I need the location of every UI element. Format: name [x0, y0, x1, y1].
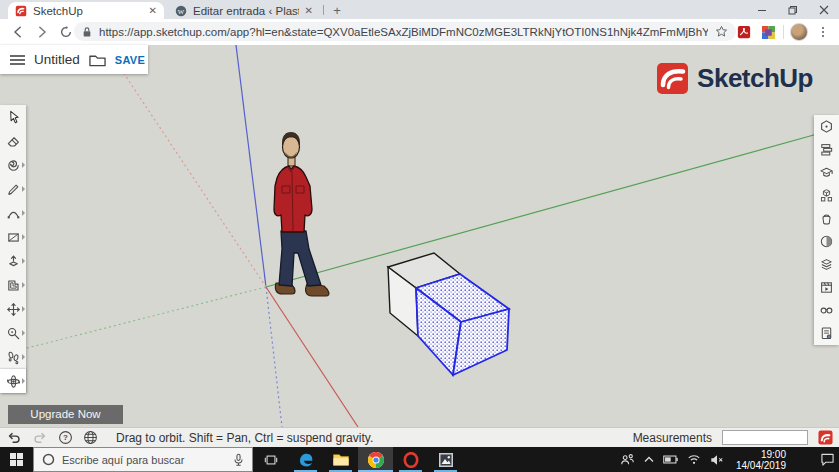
toolbar-separator [783, 25, 784, 39]
tool-select[interactable] [0, 105, 26, 129]
window-minimize-button[interactable] [747, 0, 777, 19]
upgrade-now-button[interactable]: Upgrade Now [8, 405, 123, 424]
status-hint-text: Drag to orbit. Shift = Pan, Ctrl = suspe… [116, 431, 373, 445]
tool-arc[interactable] [0, 201, 26, 225]
flyout-arrow-icon [22, 354, 25, 360]
forward-button[interactable] [30, 20, 54, 44]
model-viewport[interactable] [0, 45, 839, 427]
panel-outliner[interactable] [814, 138, 839, 161]
address-bar[interactable]: https://app.sketchup.com/app?hl=en&state… [74, 22, 736, 41]
tool-offset[interactable] [0, 273, 26, 297]
wifi-icon[interactable] [687, 454, 701, 465]
window-close-button[interactable] [809, 0, 839, 19]
panel-model-info[interactable]: i [814, 322, 839, 345]
taskbar-search-box[interactable]: Escribe aquí para buscar [33, 447, 253, 472]
tool-orbit[interactable] [0, 369, 26, 393]
panel-styles[interactable] [814, 230, 839, 253]
hidden-icons-chevron[interactable] [644, 456, 654, 463]
panel-tags[interactable] [814, 253, 839, 276]
flyout-arrow-icon [22, 378, 25, 384]
measurements-label: Measurements [633, 431, 712, 445]
extension-icon[interactable] [756, 20, 780, 44]
microphone-icon[interactable] [233, 453, 244, 467]
profile-avatar[interactable] [787, 20, 811, 44]
tool-move[interactable] [0, 297, 26, 321]
tool-paint[interactable] [0, 153, 26, 177]
volume-muted-icon[interactable] [710, 454, 724, 466]
right-panel-rail: i [814, 115, 839, 345]
document-title: Untitled [34, 52, 80, 67]
action-center-icon[interactable] [820, 453, 835, 466]
save-button[interactable]: SAVE [115, 54, 145, 66]
photos-icon[interactable] [428, 447, 463, 472]
undo-icon[interactable] [6, 430, 22, 445]
flyout-arrow-icon [22, 234, 25, 240]
people-icon[interactable] [620, 453, 635, 466]
flyout-arrow-icon [22, 330, 25, 336]
tab-close-icon[interactable]: ✕ [149, 6, 157, 16]
battery-icon[interactable] [663, 455, 678, 464]
panel-materials[interactable] [814, 207, 839, 230]
url-text: https://app.sketchup.com/app?hl=en&state… [99, 26, 708, 38]
taskbar-clock[interactable]: 19:00 14/04/2019 [733, 449, 789, 471]
svg-text:W: W [178, 7, 185, 14]
sketchup-header: Untitled SAVE [0, 45, 148, 74]
panel-display[interactable] [814, 299, 839, 322]
search-placeholder-text: Escribe aquí para buscar [62, 454, 226, 466]
measurements-input[interactable] [722, 430, 808, 445]
bookmark-star-icon[interactable] [715, 25, 728, 38]
tool-tape-measure[interactable] [0, 321, 26, 345]
axis-green-negative [0, 287, 266, 355]
windows-taskbar: Escribe aquí para buscar [0, 447, 839, 472]
menu-hamburger-icon[interactable] [10, 54, 25, 66]
tab-title: Editar entrada ‹ Plasticavite — W [193, 5, 299, 17]
axis-green-positive [266, 128, 839, 287]
tool-eraser[interactable] [0, 129, 26, 153]
new-tab-button[interactable]: + [330, 4, 344, 18]
chrome-icon[interactable] [358, 447, 393, 472]
sketchup-mini-logo-icon[interactable] [818, 430, 833, 445]
flyout-arrow-icon [22, 186, 25, 192]
sketchup-status-bar: ? Drag to orbit. Shift = Pan, Ctrl = sus… [0, 427, 839, 447]
clock-date: 14/04/2019 [736, 460, 786, 471]
start-button[interactable] [0, 447, 33, 472]
task-view-button[interactable] [253, 447, 288, 472]
tool-walk[interactable] [0, 345, 26, 369]
sketchup-logo-icon [656, 61, 690, 95]
axis-red-positive [266, 287, 358, 427]
panel-entity-info[interactable] [814, 115, 839, 138]
tab-divider [323, 5, 324, 15]
browser-tab-strip: SketchUp ✕ W Editar entrada ‹ Plasticavi… [0, 0, 839, 19]
pdf-extension-icon[interactable] [732, 20, 756, 44]
clock-time: 19:00 [736, 449, 786, 460]
open-folder-icon[interactable] [89, 53, 106, 67]
system-tray: 19:00 14/04/2019 [620, 447, 839, 472]
axis-red-negative [105, 45, 266, 287]
help-icon[interactable]: ? [58, 430, 73, 445]
sketchup-viewport-region: Untitled SAVE SketchUp [0, 45, 839, 427]
flyout-arrow-icon [22, 162, 25, 168]
model-box[interactable] [388, 253, 509, 375]
tab-close-icon[interactable]: ✕ [305, 6, 313, 16]
panel-scenes[interactable] [814, 276, 839, 299]
brand-wordmark: SketchUp [697, 63, 813, 94]
panel-components[interactable] [814, 184, 839, 207]
tab-wordpress[interactable]: W Editar entrada ‹ Plasticavite — W ✕ [168, 2, 320, 19]
opera-icon[interactable] [393, 447, 428, 472]
secure-padlock-icon[interactable] [82, 26, 92, 38]
tool-push-pull[interactable] [0, 249, 26, 273]
file-explorer-icon[interactable] [323, 447, 358, 472]
edge-icon[interactable] [288, 447, 323, 472]
panel-instructor[interactable] [814, 161, 839, 184]
tool-rectangle[interactable] [0, 225, 26, 249]
sketchup-brand: SketchUp [656, 61, 813, 95]
tab-sketchup[interactable]: SketchUp ✕ [8, 2, 164, 19]
window-maximize-button[interactable] [778, 0, 808, 19]
redo-icon[interactable] [32, 430, 48, 445]
svg-text:?: ? [63, 433, 68, 442]
back-button[interactable] [6, 20, 30, 44]
chrome-menu-icon[interactable] [811, 20, 835, 44]
language-globe-icon[interactable] [83, 430, 98, 445]
flyout-arrow-icon [22, 282, 25, 288]
tool-line[interactable] [0, 177, 26, 201]
